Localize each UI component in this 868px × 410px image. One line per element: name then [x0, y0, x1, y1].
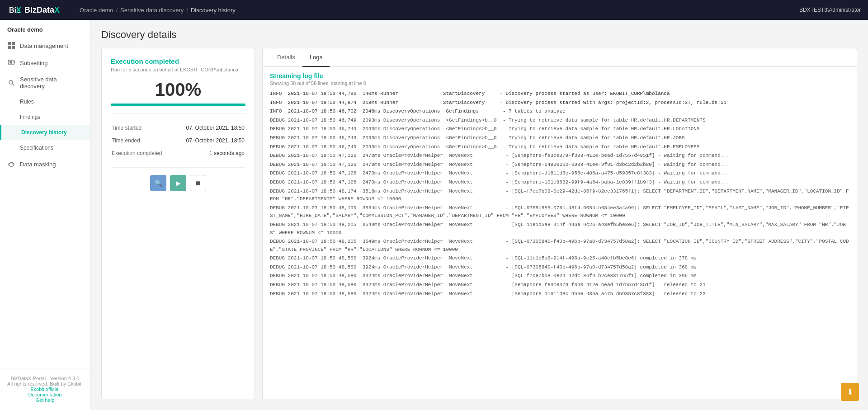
time-ended-value: 07. October 2021. 18:50	[174, 135, 245, 146]
discovery-layout: Execution completed Ran for 5 seconds on…	[101, 48, 857, 399]
tabs-header: Details Logs	[263, 48, 857, 67]
execution-status-section: Execution completed Ran for 5 seconds on…	[111, 57, 245, 72]
sidebar-footer: BizDataX Portal - Version 4.3.0 All righ…	[0, 368, 90, 410]
sidebar-item-sensitive-data-discovery[interactable]: Sensitive data discovery	[0, 71, 90, 94]
info-table: Time started 07. October 2021. 18:50 Tim…	[111, 121, 245, 160]
progress-bar-wrap	[111, 104, 245, 106]
log-line: DEBUG 2021-10-07 18:50:47,126 2470ms Ora…	[270, 160, 849, 170]
search-icon	[7, 79, 15, 87]
breadcrumb-item-2[interactable]: Sensitive data discovery	[120, 7, 184, 14]
time-started-row: Time started 07. October 2021. 18:50	[112, 122, 245, 134]
log-line: INFO 2021-10-07 18:50:44,796 140ms Runne…	[270, 90, 849, 99]
mask-icon	[7, 160, 15, 168]
log-line: INFO 2021-10-07 18:50:46,702 2046ms Disc…	[270, 107, 849, 116]
stop-button[interactable]: ⏹	[190, 175, 206, 191]
footer-link-help[interactable]: Get help	[7, 397, 83, 403]
action-buttons: 🔍 ▶ ⏹	[111, 175, 245, 191]
user-label: BDXTEST3\Administrator	[799, 7, 861, 13]
sidebar-label-data-masking: Data masking	[20, 161, 56, 168]
time-ended-row: Time ended 07. October 2021. 18:50	[112, 135, 245, 146]
progress-section: 100%	[111, 80, 245, 106]
time-started-label: Time started	[112, 122, 173, 134]
sidebar-label-findings: Findings	[20, 114, 40, 120]
sidebar-section-title: Oracle demo	[0, 20, 90, 37]
log-line: DEBUG 2021-10-07 18:50:48,205 3549ms Ora…	[270, 221, 849, 237]
logo: Biz X BizDataX	[7, 3, 60, 17]
execution-completed-value: 1 seconds ago	[174, 147, 245, 159]
log-line: INFO 2021-10-07 18:50:44,874 218ms Runne…	[270, 99, 849, 108]
execution-completed-row: Execution completed 1 seconds ago	[112, 147, 245, 159]
log-line: DEBUG 2021-10-07 18:50:46,749 2093ms Dis…	[270, 125, 849, 134]
sidebar-item-specifications[interactable]: Specifications	[0, 140, 90, 156]
puzzle-icon	[7, 59, 15, 67]
log-line: DEBUG 2021-10-07 18:50:46,749 2093ms Dis…	[270, 116, 849, 125]
svg-rect-6	[12, 46, 15, 49]
play-button[interactable]: ▶	[170, 175, 186, 191]
tab-details[interactable]: Details	[270, 48, 302, 67]
right-panel: Details Logs Streaming log file Showing …	[262, 48, 857, 399]
log-line: DEBUG 2021-10-07 18:50:48,174 3518ms Ora…	[270, 187, 849, 204]
log-line: DEBUG 2021-10-07 18:50:48,580 3924ms Ora…	[270, 290, 849, 299]
logo-icon: Biz X	[7, 3, 22, 17]
svg-rect-5	[8, 46, 11, 49]
svg-point-7	[9, 80, 13, 84]
main-content: Discovery details Execution completed Ra…	[90, 20, 868, 410]
footer-version: BizDataX Portal - Version 4.3.0	[7, 376, 83, 381]
search-button[interactable]: 🔍	[150, 175, 166, 191]
execution-status: Execution completed	[111, 57, 245, 65]
footer-copyright: All rights reserved. Built by Ekobit.	[7, 381, 83, 386]
breadcrumb-sep-2: /	[186, 7, 188, 14]
progress-bar-fill	[111, 104, 245, 106]
log-line: DEBUG 2021-10-07 18:50:47,126 2470ms Ora…	[270, 151, 849, 160]
grid-icon	[7, 42, 15, 50]
log-line: DEBUG 2021-10-07 18:50:48,580 3924ms Ora…	[270, 263, 849, 272]
log-line: DEBUG 2021-10-07 18:50:48,205 3549ms Ora…	[270, 237, 849, 254]
download-icon: ⬇	[847, 387, 854, 397]
sidebar: Oracle demo Data management Subsetting S…	[0, 20, 90, 410]
log-content[interactable]: INFO 2021-10-07 18:50:44,796 140ms Runne…	[270, 90, 849, 393]
sidebar-label-subsetting: Subsetting	[20, 60, 47, 66]
sidebar-label-data-management: Data management	[20, 42, 68, 49]
tab-logs[interactable]: Logs	[302, 48, 330, 67]
footer-link-docs[interactable]: Documentation	[7, 392, 83, 397]
page-title: Discovery details	[101, 29, 857, 41]
footer-link-ekobit[interactable]: Ekobit official	[7, 386, 83, 392]
log-subtitle: Showing 58 out of 58 lines, starting at …	[270, 80, 849, 86]
sidebar-item-data-masking[interactable]: Data masking	[0, 156, 90, 173]
log-line: DEBUG 2021-10-07 18:50:47,126 2470ms Ora…	[270, 178, 849, 187]
breadcrumb-item-1[interactable]: Oracle demo	[80, 7, 113, 14]
time-started-value: 07. October 2021. 18:50	[174, 122, 245, 134]
divider-2	[111, 167, 245, 168]
download-button[interactable]: ⬇	[841, 383, 859, 401]
log-line: DEBUG 2021-10-07 18:50:47,126 2470ms Ora…	[270, 169, 849, 178]
log-line: DEBUG 2021-10-07 18:50:48,580 3924ms Ora…	[270, 272, 849, 281]
sidebar-item-discovery-history[interactable]: Discovery history	[0, 125, 90, 140]
progress-percent: 100%	[111, 80, 245, 100]
sidebar-label-discovery-history: Discovery history	[21, 129, 67, 136]
execution-completed-label: Execution completed	[112, 147, 173, 159]
log-line: DEBUG 2021-10-07 18:50:48,580 3924ms Ora…	[270, 254, 849, 263]
top-nav: Biz X BizDataX Oracle demo / Sensitive d…	[0, 0, 868, 20]
sidebar-label-rules: Rules	[20, 99, 34, 105]
sidebar-label-specifications: Specifications	[20, 145, 53, 151]
sidebar-item-findings[interactable]: Findings	[0, 109, 90, 125]
execution-subtitle: Ran for 5 seconds on behalf of EKOBIT_CO…	[111, 67, 245, 72]
log-line: DEBUG 2021-10-07 18:50:46,749 2093ms Dis…	[270, 134, 849, 143]
divider	[111, 113, 245, 114]
time-ended-label: Time ended	[112, 135, 173, 146]
logo-text: BizDataX	[24, 5, 60, 15]
sidebar-item-subsetting[interactable]: Subsetting	[0, 54, 90, 71]
log-line: DEBUG 2021-10-07 18:50:48,190 3534ms Ora…	[270, 204, 849, 221]
log-line: DEBUG 2021-10-07 18:50:46,749 2093ms Dis…	[270, 143, 849, 152]
sidebar-item-data-management[interactable]: Data management	[0, 37, 90, 54]
svg-rect-4	[12, 42, 15, 45]
log-line: DEBUG 2021-10-07 18:50:48,580 3924ms Ora…	[270, 281, 849, 290]
svg-line-8	[12, 84, 14, 85]
log-title: Streaming log file	[270, 72, 849, 80]
log-section: Streaming log file Showing 58 out of 58 …	[263, 67, 857, 399]
breadcrumb-item-3: Discovery history	[191, 7, 236, 14]
svg-text:X: X	[16, 6, 21, 14]
left-panel: Execution completed Ran for 5 seconds on…	[101, 48, 255, 399]
sidebar-label-sensitive: Sensitive data discovery	[20, 76, 83, 90]
sidebar-item-rules[interactable]: Rules	[0, 94, 90, 109]
